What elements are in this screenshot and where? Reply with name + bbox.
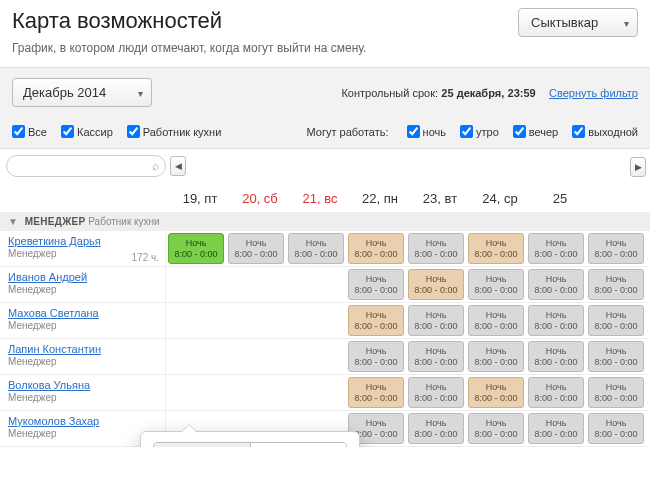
- shift-badge: Ночь8:00 - 0:00: [348, 269, 404, 300]
- shift-cell[interactable]: Ночь8:00 - 0:00: [586, 231, 646, 266]
- employee-hours: 172 ч.: [132, 252, 159, 263]
- deadline-label: Контрольный срок:: [341, 87, 438, 99]
- group-row[interactable]: ▼ МЕНЕДЖЕР Работник кухни: [0, 212, 650, 231]
- shift-badge: Ночь8:00 - 0:00: [348, 233, 404, 264]
- shift-cell[interactable]: Ночь8:00 - 0:00: [466, 411, 526, 446]
- employee-link[interactable]: Лапин Константин: [8, 343, 157, 355]
- employee-role: Менеджер: [8, 320, 157, 331]
- table-row: Креветкина ДарьяМенеджер172 ч.Ночь8:00 -…: [0, 231, 650, 267]
- city-select[interactable]: Сыктывкар: [518, 8, 638, 37]
- shift-cell[interactable]: Ночь8:00 - 0:00: [466, 231, 526, 266]
- shift-cell[interactable]: [166, 339, 226, 374]
- shift-badge: Ночь8:00 - 0:00: [528, 233, 584, 264]
- shift-cell[interactable]: [226, 375, 286, 410]
- page-subtitle: График, в котором люди отмечают, когда м…: [0, 37, 650, 67]
- shift-badge: Ночь8:00 - 0:00: [288, 233, 344, 264]
- checkbox-morning[interactable]: утро: [460, 125, 499, 138]
- tab-can-work[interactable]: Может работать: [154, 443, 250, 447]
- deadline-date: 25 декабря,: [441, 87, 504, 99]
- shift-cell[interactable]: Ночь8:00 - 0:00: [526, 375, 586, 410]
- deadline-time: 23:59: [508, 87, 536, 99]
- shift-cell[interactable]: Ночь8:00 - 0:00: [466, 303, 526, 338]
- shift-cell[interactable]: Ночь8:00 - 0:00: [466, 339, 526, 374]
- shift-cell[interactable]: Ночь8:00 - 0:00: [286, 231, 346, 266]
- shift-badge: Ночь8:00 - 0:00: [468, 341, 524, 372]
- month-select[interactable]: Декабрь 2014: [12, 78, 152, 107]
- shift-cell[interactable]: Ночь8:00 - 0:00: [346, 231, 406, 266]
- checkbox-dayoff[interactable]: выходной: [572, 125, 638, 138]
- tab-dayoff[interactable]: Выходной: [250, 443, 347, 447]
- shift-badge: Ночь8:00 - 0:00: [528, 341, 584, 372]
- shift-cell[interactable]: Ночь8:00 - 0:00: [406, 411, 466, 446]
- shift-badge: Ночь8:00 - 0:00: [588, 233, 644, 264]
- date-header-cell: 19, пт: [170, 185, 230, 212]
- shift-cell[interactable]: Ночь8:00 - 0:00: [406, 267, 466, 302]
- chevron-down-icon: ▼: [8, 216, 18, 227]
- table-row: Волкова УльянаМенеджерНочь8:00 - 0:00Ноч…: [0, 375, 650, 411]
- shift-cell[interactable]: [166, 375, 226, 410]
- schedule-table: ⌕ ◀ ▶ 19, пт20, сб21, вс22, пн23, вт24, …: [0, 149, 650, 447]
- shift-cell[interactable]: Ночь8:00 - 0:00: [466, 267, 526, 302]
- shift-cell[interactable]: Ночь8:00 - 0:00: [586, 375, 646, 410]
- checkbox-all[interactable]: Все: [12, 125, 47, 138]
- shift-cell[interactable]: Ночь8:00 - 0:00: [526, 231, 586, 266]
- shift-cell[interactable]: Ночь8:00 - 0:00: [346, 267, 406, 302]
- shift-badge: Ночь8:00 - 0:00: [408, 413, 464, 444]
- employee-role: Менеджер: [8, 392, 157, 403]
- shift-badge: Ночь8:00 - 0:00: [408, 233, 464, 264]
- shift-cell[interactable]: Ночь8:00 - 0:00: [586, 339, 646, 374]
- table-row: Махова СветланаМенеджерНочь8:00 - 0:00Но…: [0, 303, 650, 339]
- search-icon: ⌕: [152, 159, 159, 173]
- employee-cell: Волкова УльянаМенеджер: [0, 375, 166, 410]
- shift-cell[interactable]: [286, 339, 346, 374]
- checkbox-cashier[interactable]: Кассир: [61, 125, 113, 138]
- collapse-filter-link[interactable]: Свернуть фильтр: [549, 87, 638, 99]
- scroll-left-button[interactable]: ◀: [170, 156, 186, 176]
- shift-badge: Ночь8:00 - 0:00: [468, 413, 524, 444]
- employee-link[interactable]: Мукомолов Захар: [8, 415, 157, 427]
- shift-cell[interactable]: Ночь8:00 - 0:00: [346, 303, 406, 338]
- shift-cell[interactable]: Ночь8:00 - 0:00: [346, 339, 406, 374]
- checkbox-kitchen[interactable]: Работник кухни: [127, 125, 222, 138]
- shift-badge: Ночь8:00 - 0:00: [588, 413, 644, 444]
- shift-badge: Ночь8:00 - 0:00: [468, 305, 524, 336]
- shift-badge: Ночь8:00 - 0:00: [348, 377, 404, 408]
- shift-cell[interactable]: Ночь8:00 - 0:00: [586, 267, 646, 302]
- shift-badge: Ночь8:00 - 0:00: [348, 341, 404, 372]
- shift-cell[interactable]: [286, 375, 346, 410]
- shift-cell[interactable]: Ночь8:00 - 0:00: [526, 303, 586, 338]
- employee-link[interactable]: Махова Светлана: [8, 307, 157, 319]
- employee-link[interactable]: Креветкина Дарья: [8, 235, 157, 247]
- shift-badge: Ночь8:00 - 0:00: [408, 269, 464, 300]
- shift-cell[interactable]: [166, 303, 226, 338]
- shift-cell[interactable]: [286, 267, 346, 302]
- shift-cell[interactable]: Ночь8:00 - 0:00: [406, 375, 466, 410]
- shift-cell[interactable]: Ночь8:00 - 0:00: [526, 339, 586, 374]
- scroll-right-button[interactable]: ▶: [630, 157, 646, 177]
- checkbox-night[interactable]: ночь: [407, 125, 446, 138]
- can-work-label: Могут работать:: [307, 126, 389, 138]
- shift-cell[interactable]: [226, 339, 286, 374]
- shift-cell[interactable]: Ночь8:00 - 0:00: [406, 339, 466, 374]
- shift-cell[interactable]: Ночь8:00 - 0:00: [406, 231, 466, 266]
- shift-cell[interactable]: [166, 267, 226, 302]
- shift-cell[interactable]: Ночь8:00 - 0:00: [346, 375, 406, 410]
- shift-cell[interactable]: Ночь8:00 - 0:00: [226, 231, 286, 266]
- shift-cell[interactable]: [226, 303, 286, 338]
- search-input[interactable]: ⌕: [6, 155, 166, 177]
- shift-cell[interactable]: [286, 303, 346, 338]
- employee-link[interactable]: Иванов Андрей: [8, 271, 157, 283]
- shift-cell[interactable]: Ночь8:00 - 0:00: [466, 375, 526, 410]
- shift-cell[interactable]: Ночь8:00 - 0:00: [526, 267, 586, 302]
- shift-cell[interactable]: Ночь8:00 - 0:00: [586, 411, 646, 446]
- shift-badge: Ночь8:00 - 0:00: [468, 233, 524, 264]
- checkbox-evening[interactable]: вечер: [513, 125, 558, 138]
- employee-link[interactable]: Волкова Ульяна: [8, 379, 157, 391]
- shift-cell[interactable]: [226, 267, 286, 302]
- shift-cell[interactable]: Ночь8:00 - 0:00: [166, 231, 226, 266]
- shift-popup: Может работать Выходной ночь (0:00 - 8:0…: [140, 431, 360, 447]
- shift-cell[interactable]: Ночь8:00 - 0:00: [526, 411, 586, 446]
- group-subtitle: Работник кухни: [88, 216, 159, 227]
- shift-cell[interactable]: Ночь8:00 - 0:00: [586, 303, 646, 338]
- shift-cell[interactable]: Ночь8:00 - 0:00: [406, 303, 466, 338]
